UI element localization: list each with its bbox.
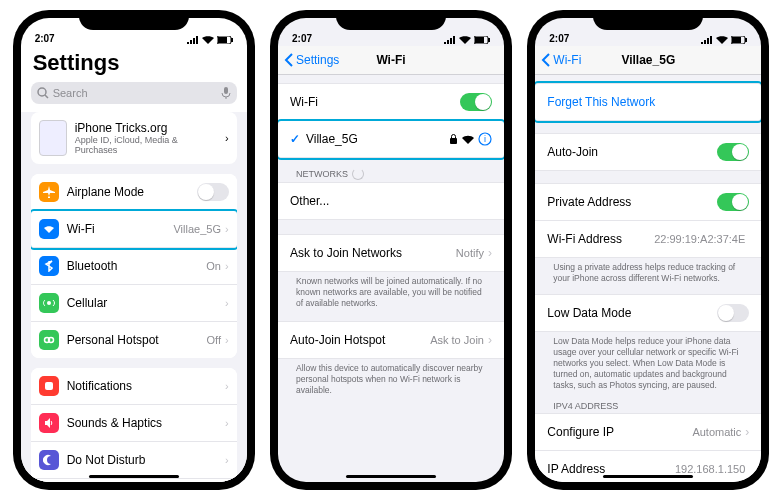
svg-rect-5 — [224, 87, 228, 94]
battery-icon — [474, 36, 490, 44]
wifi-row[interactable]: Wi-Fi Villae_5G › — [31, 211, 237, 248]
bluetooth-icon — [39, 256, 59, 276]
airplane-icon — [39, 182, 59, 202]
svg-point-3 — [38, 88, 46, 96]
cellular-icon — [701, 36, 713, 44]
back-button[interactable]: Settings — [284, 53, 339, 67]
connected-network-row[interactable]: ✓ Villae_5G i — [278, 121, 504, 158]
configure-ip-row[interactable]: Configure IP Automatic › — [535, 413, 761, 451]
moon-icon — [39, 450, 59, 470]
home-indicator[interactable] — [603, 475, 693, 478]
wifi-icon — [202, 36, 214, 44]
apple-id-subtitle: Apple ID, iCloud, Media & Purchases — [75, 135, 217, 155]
low-data-toggle[interactable] — [717, 304, 749, 322]
wifi-toggle[interactable] — [460, 93, 492, 111]
cellular-icon — [39, 293, 59, 313]
status-time: 2:07 — [549, 33, 569, 44]
chevron-right-icon: › — [225, 132, 229, 144]
chevron-right-icon: › — [225, 380, 229, 392]
avatar — [39, 120, 67, 156]
status-time: 2:07 — [35, 33, 55, 44]
airplane-mode-row[interactable]: Airplane Mode — [31, 174, 237, 211]
checkmark-icon: ✓ — [290, 132, 300, 146]
row-label: Cellular — [67, 296, 108, 310]
back-label: Settings — [296, 53, 339, 67]
svg-rect-18 — [732, 37, 741, 43]
low-data-row[interactable]: Low Data Mode — [535, 294, 761, 332]
notch — [79, 10, 189, 30]
row-label: Sounds & Haptics — [67, 416, 162, 430]
svg-rect-19 — [745, 38, 747, 42]
chevron-right-icon: › — [225, 260, 229, 272]
row-value: 22:99:19:A2:37:4E — [654, 233, 745, 245]
row-label: Do Not Disturb — [67, 453, 146, 467]
back-button[interactable]: Wi-Fi — [541, 53, 581, 67]
wifi-icon — [459, 36, 471, 44]
footer-text: Known networks will be joined automatica… — [278, 272, 504, 309]
private-address-toggle[interactable] — [717, 193, 749, 211]
chevron-left-icon — [541, 53, 551, 67]
row-value: Notify — [456, 247, 484, 259]
info-icon[interactable]: i — [478, 132, 492, 146]
svg-rect-2 — [231, 38, 233, 42]
sounds-icon — [39, 413, 59, 433]
hotspot-row[interactable]: Personal Hotspot Off › — [31, 322, 237, 358]
battery-icon — [217, 36, 233, 44]
cellular-icon — [444, 36, 456, 44]
spinner-icon — [352, 168, 364, 180]
apple-id-row[interactable]: iPhone Tricks.org Apple ID, iCloud, Medi… — [31, 112, 237, 164]
row-label: Wi-Fi — [67, 222, 95, 236]
svg-text:i: i — [484, 134, 486, 144]
row-value: Villae_5G — [173, 223, 221, 235]
row-label: Airplane Mode — [67, 185, 144, 199]
mic-icon[interactable] — [221, 87, 231, 99]
home-indicator[interactable] — [89, 475, 179, 478]
search-input[interactable]: Search — [31, 82, 237, 104]
notch — [593, 10, 703, 30]
row-value: 192.168.1.150 — [675, 463, 745, 475]
lock-icon — [449, 134, 458, 144]
airplane-toggle[interactable] — [197, 183, 229, 201]
sounds-row[interactable]: Sounds & Haptics › — [31, 405, 237, 442]
row-value: Ask to Join — [430, 334, 484, 346]
home-indicator[interactable] — [346, 475, 436, 478]
cellular-row[interactable]: Cellular › — [31, 285, 237, 322]
autojoin-toggle[interactable] — [717, 143, 749, 161]
footer-text: Using a private address helps reduce tra… — [535, 258, 761, 284]
notch — [336, 10, 446, 30]
screentime-row[interactable]: Screen Time › — [31, 479, 237, 482]
chevron-right-icon: › — [488, 333, 492, 347]
wifi-toggle-row[interactable]: Wi-Fi — [278, 83, 504, 121]
autojoin-hotspot-row[interactable]: Auto-Join Hotspot Ask to Join › — [278, 321, 504, 359]
row-label: Notifications — [67, 379, 132, 393]
row-label: Configure IP — [547, 425, 614, 439]
hotspot-icon — [39, 330, 59, 350]
back-label: Wi-Fi — [553, 53, 581, 67]
chevron-right-icon: › — [225, 334, 229, 346]
bluetooth-row[interactable]: Bluetooth On › — [31, 248, 237, 285]
nav-bar: Wi-Fi Villae_5G — [535, 46, 761, 75]
row-label: Forget This Network — [547, 95, 655, 109]
svg-point-8 — [48, 338, 53, 343]
nav-title: Wi-Fi — [376, 53, 405, 67]
row-label: Personal Hotspot — [67, 333, 159, 347]
chevron-right-icon: › — [745, 425, 749, 439]
dnd-row[interactable]: Do Not Disturb › — [31, 442, 237, 479]
row-label: Auto-Join — [547, 145, 598, 159]
wifi-icon — [716, 36, 728, 44]
other-network-row[interactable]: Other... — [278, 182, 504, 220]
autojoin-row[interactable]: Auto-Join — [535, 133, 761, 171]
svg-point-6 — [47, 301, 51, 305]
search-placeholder: Search — [53, 87, 88, 99]
row-label: Wi-Fi — [290, 95, 318, 109]
private-address-row[interactable]: Private Address — [535, 183, 761, 221]
row-label: Ask to Join Networks — [290, 246, 402, 260]
row-label: Low Data Mode — [547, 306, 631, 320]
ask-to-join-row[interactable]: Ask to Join Networks Notify › — [278, 234, 504, 272]
chevron-right-icon: › — [488, 246, 492, 260]
notifications-row[interactable]: Notifications › — [31, 368, 237, 405]
forget-network-button[interactable]: Forget This Network — [535, 83, 761, 121]
svg-rect-14 — [450, 138, 457, 144]
row-label: Bluetooth — [67, 259, 118, 273]
chevron-right-icon: › — [225, 223, 229, 235]
